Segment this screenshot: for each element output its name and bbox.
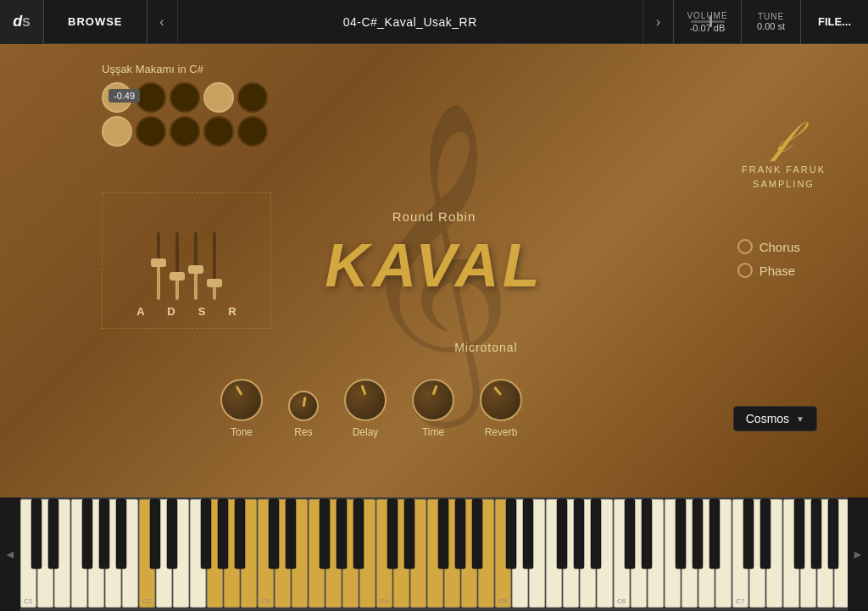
keyboard-scroll-left[interactable]: ◄ (0, 497, 20, 611)
svg-text:C6: C6 (617, 597, 626, 605)
svg-rect-61 (116, 499, 126, 569)
svg-rect-58 (48, 499, 58, 569)
nav-right-button[interactable]: › (643, 0, 673, 44)
svg-rect-88 (760, 499, 771, 569)
keyboard-scroll-right[interactable]: ► (848, 497, 868, 611)
attack-slider[interactable] (157, 232, 160, 300)
cosmos-label: Cosmos (746, 412, 789, 425)
svg-rect-71 (353, 499, 364, 569)
keyboard-container: .wk { fill: #f0ead0; stroke: #555; strok… (20, 497, 848, 611)
svg-rect-70 (337, 499, 347, 569)
adsr-a-label: A (133, 305, 148, 318)
finger-hole-8[interactable] (170, 116, 200, 147)
ffs-f-icon: 𝒻 (742, 112, 826, 163)
tone-knob-indicator (236, 386, 243, 396)
res-knob-label: Res (294, 426, 312, 438)
tone-knob[interactable] (220, 379, 263, 421)
finger-hole-5[interactable] (237, 82, 268, 113)
phase-label: Phase (760, 264, 796, 278)
svg-rect-75 (455, 499, 465, 569)
svg-rect-83 (642, 499, 652, 569)
svg-rect-65 (218, 499, 228, 569)
finger-hole-4[interactable] (203, 82, 234, 113)
svg-text:C3: C3 (261, 597, 270, 605)
reverb-knob-label: Reverb (485, 426, 518, 438)
adsr-sustain-col (194, 232, 198, 300)
keyboard-area: ◄ .wk { fill: #f0ead0; stroke: #555; str… (0, 497, 868, 611)
finger-hole-3[interactable] (170, 82, 200, 113)
microtonal-text: Microtonal (454, 341, 518, 354)
svg-rect-91 (828, 499, 838, 569)
svg-rect-78 (523, 499, 533, 569)
delay-knob-label: Delay (353, 426, 379, 438)
finger-hole-2[interactable] (136, 82, 166, 113)
svg-rect-77 (506, 499, 516, 569)
finger-hole-10[interactable] (237, 116, 268, 147)
svg-rect-86 (709, 499, 720, 569)
svg-rect-80 (574, 499, 584, 569)
ffs-name: FRANK FARUKSAMPLING (742, 163, 826, 191)
svg-rect-64 (201, 499, 211, 569)
volume-label: VOLUME (687, 11, 727, 20)
chorus-toggle-inner (742, 243, 748, 250)
adsr-attack-col (157, 232, 160, 300)
finger-holes: -0.49 (102, 82, 297, 147)
preset-name: 04-C#_Kaval_Usak_RR (178, 15, 643, 29)
tone-knob-label: Tone (231, 426, 253, 438)
adsr-s-label: S (194, 305, 209, 318)
time-knob-indicator (432, 385, 438, 395)
svg-rect-89 (794, 499, 804, 569)
volume-slider-container (691, 20, 725, 23)
phase-row: Phase (737, 263, 800, 278)
top-bar: dS BROWSE ‹ 04-C#_Kaval_Usak_RR › VOLUME… (0, 0, 868, 44)
phase-toggle-inner (742, 267, 748, 274)
svg-rect-74 (438, 499, 448, 569)
finger-hole-6[interactable] (102, 116, 132, 147)
svg-rect-67 (269, 499, 279, 569)
chorus-row: Chorus (737, 239, 800, 254)
finger-hole-9[interactable] (203, 116, 234, 147)
svg-text:C7: C7 (736, 597, 745, 605)
browse-button[interactable]: BROWSE (44, 0, 147, 44)
res-knob[interactable] (288, 391, 319, 421)
svg-rect-72 (387, 499, 398, 569)
volume-value: -0.07 dB (690, 23, 726, 33)
volume-section: VOLUME -0.07 dB (673, 0, 741, 44)
time-knob-col: Time (412, 379, 454, 438)
svg-rect-60 (99, 499, 109, 569)
svg-rect-57 (31, 499, 42, 569)
adsr-decay-col (175, 232, 179, 300)
phase-toggle[interactable] (737, 263, 753, 278)
ffs-logo: 𝒻 FRANK FARUKSAMPLING (742, 112, 826, 191)
round-robin-text: Round Robin (392, 209, 476, 224)
chorus-toggle[interactable] (737, 239, 753, 254)
volume-slider[interactable] (691, 20, 725, 23)
svg-rect-84 (676, 499, 686, 569)
adsr-labels: A D S R (120, 305, 253, 318)
svg-text:C4: C4 (380, 597, 389, 605)
svg-rect-85 (693, 499, 703, 569)
cosmos-dropdown[interactable]: Cosmos ▼ (733, 406, 817, 431)
reverb-knob[interactable] (480, 379, 522, 421)
adsr-sliders (120, 207, 253, 300)
piano-keyboard: .wk { fill: #f0ead0; stroke: #555; strok… (20, 497, 848, 611)
svg-text:C5: C5 (498, 597, 508, 605)
delay-knob[interactable] (344, 379, 387, 421)
knobs-row: Tone Res Delay Time Reverb (220, 379, 522, 438)
svg-rect-63 (167, 499, 177, 569)
nav-left-button[interactable]: ‹ (147, 0, 178, 44)
time-knob[interactable] (412, 379, 454, 421)
delay-knob-indicator (360, 385, 366, 395)
adsr-d-label: D (164, 305, 179, 318)
finger-hole-7[interactable] (136, 116, 166, 147)
svg-rect-69 (320, 499, 330, 569)
main-instrument-area: 𝄞 Uşşak Makamı in C# -0.49 (0, 44, 868, 497)
decay-slider[interactable] (175, 232, 179, 300)
file-button[interactable]: FILE... (800, 0, 868, 44)
release-slider[interactable] (213, 232, 216, 300)
tone-knob-col: Tone (220, 379, 263, 438)
svg-rect-62 (150, 499, 160, 569)
svg-rect-81 (591, 499, 601, 569)
ds-logo: dS (0, 0, 44, 44)
sustain-slider[interactable] (194, 232, 198, 300)
